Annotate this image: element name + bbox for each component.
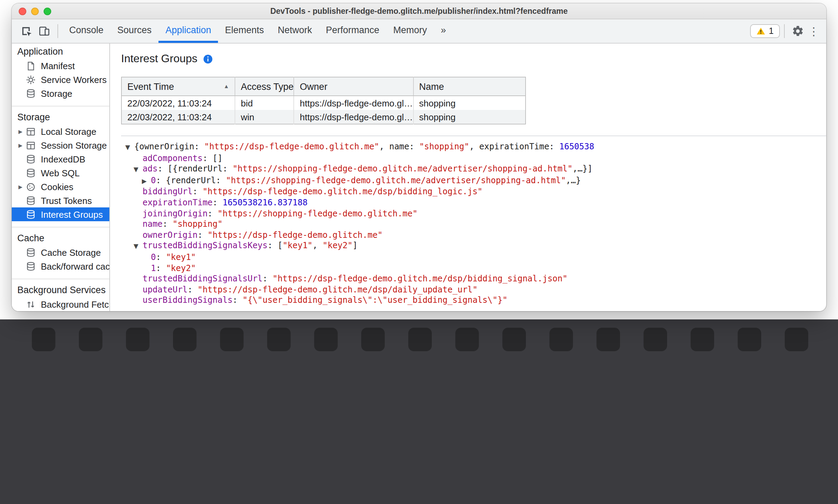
- tree-token: trustedBiddingSignalsKeys: [143, 241, 267, 252]
- tree-line[interactable]: 0: "key1": [122, 252, 826, 263]
- collapse-arrow-icon[interactable]: ▼: [134, 242, 143, 252]
- expand-arrow-icon[interactable]: ▶: [16, 128, 25, 134]
- sort-ascending-icon: ▲: [224, 83, 229, 90]
- sidebar-item-service-workers[interactable]: Service Workers: [12, 73, 109, 86]
- minimize-button[interactable]: [31, 7, 39, 15]
- sidebar-section-title: Application: [12, 45, 109, 59]
- tree-line[interactable]: 1: "key2": [122, 263, 826, 274]
- updown-icon: [25, 299, 36, 310]
- column-header-access-type[interactable]: Access Type: [235, 77, 294, 96]
- tree-token: 0: [151, 176, 156, 186]
- tree-line[interactable]: trustedBiddingSignalsUrl: "https://dsp-f…: [122, 274, 826, 284]
- sidebar-item-indexeddb[interactable]: IndexedDB: [12, 152, 109, 166]
- tree-token: "https://dsp-fledge-demo.glitch.me/dsp/b…: [273, 274, 568, 284]
- tree-token: : {renderUrl:: [156, 176, 226, 186]
- column-header-owner[interactable]: Owner: [294, 77, 413, 96]
- tree-token: "https://dsp-fledge-demo.glitch.me/dsp/b…: [202, 187, 482, 198]
- zoom-button[interactable]: [44, 7, 51, 15]
- sidebar-item-trust-tokens[interactable]: Trust Tokens: [12, 194, 109, 207]
- database-icon: [25, 261, 36, 272]
- table-row[interactable]: 22/03/2022, 11:03:24bidhttps://dsp-fledg…: [121, 96, 525, 110]
- screenshot-stage: DevTools - publisher-fledge-demo.glitch.…: [0, 0, 838, 504]
- tree-token: :: [163, 219, 173, 230]
- tree-token: ownerOrigin: [143, 230, 198, 241]
- tab-application[interactable]: Application: [158, 19, 218, 43]
- collapse-arrow-icon[interactable]: ▼: [125, 142, 134, 153]
- issues-warning-badge[interactable]: 1: [750, 24, 780, 38]
- tree-token: ads: [143, 164, 157, 175]
- tree-token: adComponents: [143, 153, 202, 164]
- info-icon[interactable]: [203, 54, 213, 64]
- sidebar-item-local-storage[interactable]: ▶Local Storage: [12, 124, 109, 138]
- sidebar-item-label: Storage: [41, 88, 72, 99]
- device-toolbar-button[interactable]: [35, 21, 53, 41]
- sidebar-item-storage[interactable]: Storage: [12, 86, 109, 100]
- expand-arrow-icon[interactable]: ▶: [16, 184, 25, 190]
- sidebar-item-background-fetch[interactable]: Background Fetch: [12, 297, 109, 311]
- tree-line[interactable]: name: "shopping": [122, 219, 826, 230]
- tree-line[interactable]: ▼ads: [{renderUrl: "https://shopping-fle…: [122, 164, 826, 175]
- inspect-element-button[interactable]: [17, 21, 35, 41]
- tab-sources[interactable]: Sources: [110, 19, 158, 43]
- tab-network[interactable]: Network: [271, 19, 319, 43]
- collapse-arrow-icon[interactable]: ▼: [134, 165, 143, 175]
- table-row[interactable]: 22/03/2022, 11:03:24winhttps://dsp-fledg…: [121, 110, 525, 124]
- tree-token: biddingUrl: [143, 187, 193, 198]
- tree-token: 1650538216.837188: [222, 198, 308, 208]
- sidebar-item-web-sql[interactable]: Web SQL: [12, 166, 109, 180]
- document-icon: [25, 60, 36, 71]
- sidebar-item-label: Session Storage: [41, 140, 107, 150]
- tree-line[interactable]: updateUrl: "https://dsp-fledge-demo.glit…: [122, 284, 826, 295]
- interest-group-details-tree: ▼{ownerOrigin: "https://dsp-fledge-demo.…: [121, 136, 826, 306]
- expand-arrow-icon[interactable]: ▶: [16, 142, 25, 148]
- sidebar-item-session-storage[interactable]: ▶Session Storage: [12, 138, 109, 152]
- column-header-name[interactable]: Name: [413, 77, 525, 96]
- tree-line[interactable]: ▶0: {renderUrl: "https://shopping-fledge…: [122, 176, 826, 187]
- tree-line[interactable]: userBiddingSignals: "{\"user_bidding_sig…: [122, 296, 826, 306]
- tree-line[interactable]: ▼{ownerOrigin: "https://dsp-fledge-demo.…: [122, 142, 826, 153]
- warning-triangle-icon: [756, 27, 765, 35]
- window-titlebar: DevTools - publisher-fledge-demo.glitch.…: [12, 3, 826, 19]
- column-header-label: Access Type: [241, 81, 294, 92]
- warning-count: 1: [769, 26, 774, 36]
- tab-performance[interactable]: Performance: [319, 19, 386, 43]
- tree-line[interactable]: expirationTime: 1650538216.837188: [122, 198, 826, 208]
- database-icon: [25, 153, 36, 165]
- tree-line[interactable]: biddingUrl: "https://dsp-fledge-demo.gli…: [122, 187, 826, 198]
- expand-arrow-icon[interactable]: ▶: [142, 176, 151, 187]
- sidebar-item-manifest[interactable]: Manifest: [12, 59, 109, 73]
- tree-token: "https://shopping-fledge-demo.glitch.me/…: [233, 164, 573, 175]
- sidebar-item-cookies[interactable]: ▶Cookies: [12, 180, 109, 194]
- dock-app-shape: [220, 328, 244, 351]
- tree-token: :: [193, 187, 203, 198]
- tree-line[interactable]: ownerOrigin: "https://dsp-fledge-demo.gl…: [122, 230, 826, 241]
- tab-console[interactable]: Console: [62, 19, 110, 43]
- sidebar-item-label: IndexedDB: [41, 154, 85, 164]
- traffic-lights: [19, 7, 51, 15]
- sidebar-item-interest-groups[interactable]: Interest Groups: [12, 207, 109, 221]
- column-header-event-time[interactable]: Event Time▲: [121, 77, 235, 96]
- close-button[interactable]: [19, 7, 26, 15]
- dock-app-shape: [502, 328, 526, 351]
- sidebar-item-cache-storage[interactable]: Cache Storage: [12, 245, 109, 259]
- tree-token: updateUrl: [143, 284, 188, 295]
- tab-memory[interactable]: Memory: [386, 19, 434, 43]
- dock-app-shape: [549, 328, 573, 351]
- tab-elements[interactable]: Elements: [218, 19, 271, 43]
- dock-app-shape: [691, 328, 714, 351]
- table-icon: [25, 140, 36, 151]
- tree-line[interactable]: adComponents: []: [122, 153, 826, 164]
- settings-gear-icon[interactable]: [789, 21, 807, 41]
- tree-token: "https://shopping-fledge-demo.glitch.me/…: [226, 176, 566, 186]
- tree-token: "key2": [166, 263, 196, 274]
- sidebar-item-label: Service Workers: [41, 74, 107, 85]
- more-options-menu-icon[interactable]: ⋮: [807, 25, 821, 38]
- more-tabs-chevron[interactable]: »: [434, 19, 453, 43]
- tree-line[interactable]: joiningOrigin: "https://shopping-fledge-…: [122, 208, 826, 219]
- dock-app-shape: [408, 328, 432, 351]
- tree-token: ,: [312, 241, 322, 252]
- tree-line[interactable]: ▼trustedBiddingSignalsKeys: ["key1", "ke…: [122, 241, 826, 252]
- dock-app-shape: [455, 328, 479, 351]
- tree-token: name: [143, 219, 163, 230]
- sidebar-item-back-forward-cach[interactable]: Back/forward cach: [12, 259, 109, 273]
